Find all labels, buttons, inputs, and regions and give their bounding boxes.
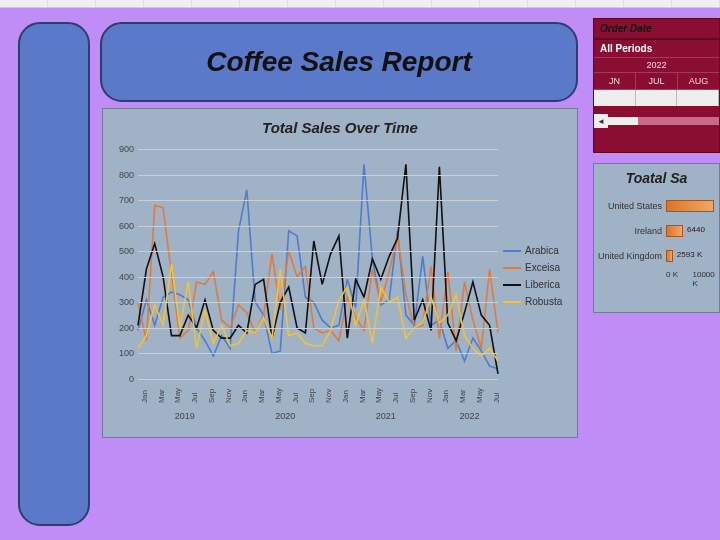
slicer-month[interactable]: JUL [636,73,678,89]
line-chart-title: Total Sales Over Time [103,119,577,136]
x-tick-label: Jul [291,393,300,403]
x-tick-label: Jan [441,390,450,403]
bar-category-label: United Kingdom [594,251,666,261]
side-panel [18,22,90,526]
x-tick-label: Mar [157,389,166,403]
scroll-left-icon[interactable]: ◄ [594,114,608,128]
legend-label: Arabica [525,245,559,256]
x-tick-label: Jan [240,390,249,403]
bar-row: Ireland6440 [594,220,719,242]
spreadsheet-column-headers [0,0,720,8]
bar-row: United Kingdom2593 K [594,245,719,267]
y-tick-label: 300 [119,297,134,307]
y-tick-label: 800 [119,170,134,180]
x-tick-label: Jul [190,393,199,403]
bar-fill [666,225,683,237]
x-year-label: 2021 [366,411,406,421]
legend-label: Robusta [525,296,562,307]
dashboard-canvas: Coffee Sales Report Order Date All Perio… [0,8,720,540]
bar-x-axis: 0 K 10000 K [594,270,719,288]
order-date-slicer[interactable]: Order Date All Periods 2022 JN JUL AUG ◄ [593,18,720,153]
x-tick-label: Sep [307,389,316,403]
x-tick-label: May [173,388,182,403]
series-line [138,164,498,374]
bar-value-label: 2593 K [677,250,702,259]
slicer-all-periods[interactable]: All Periods [594,40,719,58]
bar-fill [666,200,714,212]
legend: ArabicaExceisaLibericaRobusta [503,239,571,313]
plot-area: 0100200300400500600700800900 [138,149,498,379]
y-tick-label: 900 [119,144,134,154]
slicer-value-cells[interactable] [594,90,719,106]
y-tick-label: 700 [119,195,134,205]
bar-chart-title: Toatal Sa [594,164,719,192]
title-panel: Coffee Sales Report [100,22,578,102]
legend-swatch-icon [503,301,521,303]
x-tick-label: Nov [425,389,434,403]
legend-swatch-icon [503,284,521,286]
x-year-label: 2022 [450,411,490,421]
y-tick-label: 200 [119,323,134,333]
bar-value-label: 6440 [687,225,705,234]
y-tick-label: 600 [119,221,134,231]
bar-fill [666,250,673,262]
x-year-label: 2019 [165,411,205,421]
legend-item: Robusta [503,296,571,307]
slicer-month[interactable]: AUG [678,73,719,89]
x-tick-label: Mar [257,389,266,403]
x-tick-label: Jan [140,390,149,403]
slicer-scrollbar[interactable]: ◄ [594,114,719,128]
legend-item: Exceisa [503,262,571,273]
x-tick-label: May [475,388,484,403]
y-tick-label: 500 [119,246,134,256]
sales-over-time-chart[interactable]: Total Sales Over Time 010020030040050060… [102,108,578,438]
x-tick-label: May [274,388,283,403]
x-tick-label: Jul [492,393,501,403]
slicer-header: Order Date [594,19,719,40]
x-tick-label: Nov [324,389,333,403]
slicer-year[interactable]: 2022 [594,58,719,73]
scroll-thumb[interactable] [608,117,638,125]
scroll-track[interactable] [608,117,719,125]
y-tick-label: 400 [119,272,134,282]
y-tick-label: 0 [129,374,134,384]
x-tick-label: May [374,388,383,403]
legend-item: Liberica [503,279,571,290]
x-axis-labels: JanMarMayJulSepNov2019JanMarMayJulSepNov… [138,381,498,431]
legend-swatch-icon [503,250,521,252]
x-year-label: 2020 [265,411,305,421]
legend-swatch-icon [503,267,521,269]
x-tick-label: Jan [341,390,350,403]
slicer-month[interactable]: JN [594,73,636,89]
bar-category-label: Ireland [594,226,666,236]
series-line [138,205,498,351]
x-tick-label: Jul [391,393,400,403]
x-tick-label: Mar [358,389,367,403]
bar-row: United States [594,195,719,217]
legend-item: Arabica [503,245,571,256]
x-tick-label: Mar [458,389,467,403]
legend-label: Liberica [525,279,560,290]
x-tick-label: Sep [408,389,417,403]
slicer-month-row: JN JUL AUG [594,73,719,90]
country-sales-chart[interactable]: Toatal Sa United StatesIreland6440United… [593,163,720,313]
bar-category-label: United States [594,201,666,211]
x-tick-label: Sep [207,389,216,403]
x-tick-label: Nov [224,389,233,403]
legend-label: Exceisa [525,262,560,273]
y-tick-label: 100 [119,348,134,358]
report-title: Coffee Sales Report [206,46,472,78]
